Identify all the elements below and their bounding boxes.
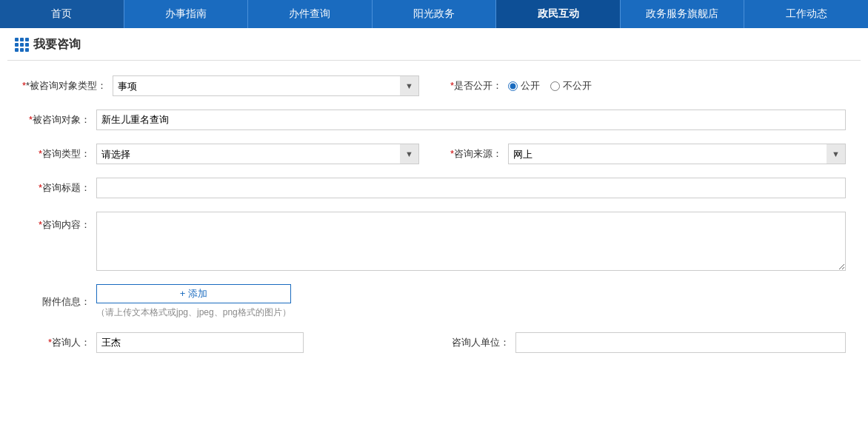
is-public-label: *是否公开： xyxy=(449,75,508,96)
attachment-content: + 添加 （请上传文本格式或jpg、jpeg、png格式的图片） xyxy=(96,284,291,319)
attachment-label: 附件信息： xyxy=(22,292,96,312)
section-dots-icon xyxy=(15,38,29,52)
form-row-2: *被咨询对象： xyxy=(22,110,846,130)
consultant-unit-group: 咨询人单位： xyxy=(449,332,846,353)
consult-source-label: *咨询来源： xyxy=(449,144,508,164)
form-row-7: *咨询人： 咨询人单位： xyxy=(22,332,846,353)
nav-item-阳光政务[interactable]: 阳光政务 xyxy=(373,0,497,28)
form-row-3: *咨询类型： 请选择 政策咨询 投诉 建议 ▼ *咨询来源： xyxy=(22,144,846,164)
radio-public-label: 公开 xyxy=(521,75,540,96)
section-header: 我要咨询 xyxy=(7,28,861,61)
object-type-select-wrapper: 事项 部门 ▼ xyxy=(113,75,419,96)
consult-object-label: *被咨询对象： xyxy=(22,110,96,130)
object-type-select[interactable]: 事项 部门 xyxy=(113,75,419,96)
section-title: 我要咨询 xyxy=(33,37,81,53)
is-public-group: *是否公开： 公开 不公开 xyxy=(449,75,846,96)
consult-content-textarea[interactable] xyxy=(96,212,846,271)
attachment-hint: （请上传文本格式或jpg、jpeg、png格式的图片） xyxy=(96,306,291,319)
form-row-6: 附件信息： + 添加 （请上传文本格式或jpg、jpeg、png格式的图片） xyxy=(22,284,846,319)
consult-type-group: *咨询类型： 请选择 政策咨询 投诉 建议 ▼ xyxy=(22,144,419,164)
consult-object-group: *被咨询对象： xyxy=(22,110,846,130)
nav-item-办件查询[interactable]: 办件查询 xyxy=(248,0,373,28)
attachment-group: 附件信息： + 添加 （请上传文本格式或jpg、jpeg、png格式的图片） xyxy=(22,284,846,319)
consultant-input[interactable] xyxy=(96,332,304,353)
nav-item-工作动态[interactable]: 工作动态 xyxy=(744,0,868,28)
consult-object-input[interactable] xyxy=(96,110,846,130)
consult-content-group: *咨询内容： xyxy=(22,212,846,271)
radio-public-input[interactable] xyxy=(508,81,518,91)
is-public-radio-group: 公开 不公开 xyxy=(508,75,592,96)
form-row-4: *咨询标题： xyxy=(22,178,846,198)
consult-type-select-wrapper: 请选择 政策咨询 投诉 建议 ▼ xyxy=(96,144,419,164)
consultant-unit-label: 咨询人单位： xyxy=(449,332,515,353)
form-row-5: *咨询内容： xyxy=(22,212,846,271)
consult-title-group: *咨询标题： xyxy=(22,178,846,198)
page-content: 我要咨询 **被咨询对象类型： 事项 部门 ▼ *是否公开： xyxy=(0,28,868,381)
consult-type-label: *咨询类型： xyxy=(22,144,96,164)
consultant-unit-input[interactable] xyxy=(515,332,846,353)
nav-item-办事指南[interactable]: 办事指南 xyxy=(124,0,249,28)
object-type-group: **被咨询对象类型： 事项 部门 ▼ xyxy=(22,75,419,96)
object-type-label: **被咨询对象类型： xyxy=(22,75,113,96)
consult-source-group: *咨询来源： 网上 电话 现场 ▼ xyxy=(449,144,846,164)
consult-type-select[interactable]: 请选择 政策咨询 投诉 建议 xyxy=(96,144,419,164)
radio-not-public-label: 不公开 xyxy=(563,75,592,96)
radio-public[interactable]: 公开 xyxy=(508,75,540,96)
nav-item-政民互动[interactable]: 政民互动 xyxy=(496,0,621,28)
consultant-group: *咨询人： xyxy=(22,332,419,353)
nav-bar: 首页办事指南办件查询阳光政务政民互动政务服务旗舰店工作动态 xyxy=(0,0,868,28)
consult-source-select[interactable]: 网上 电话 现场 xyxy=(508,144,846,164)
nav-item-首页[interactable]: 首页 xyxy=(0,0,124,28)
consult-title-input[interactable] xyxy=(96,178,846,198)
consult-content-label: *咨询内容： xyxy=(22,212,96,235)
consultant-label: *咨询人： xyxy=(22,332,96,353)
form-container: **被咨询对象类型： 事项 部门 ▼ *是否公开： 公开 xyxy=(7,75,861,381)
nav-item-政务服务旗舰店[interactable]: 政务服务旗舰店 xyxy=(621,0,745,28)
radio-not-public[interactable]: 不公开 xyxy=(550,75,592,96)
consult-title-label: *咨询标题： xyxy=(22,178,96,198)
add-attachment-button[interactable]: + 添加 xyxy=(96,284,291,303)
consult-source-select-wrapper: 网上 电话 现场 ▼ xyxy=(508,144,846,164)
form-row-1: **被咨询对象类型： 事项 部门 ▼ *是否公开： 公开 xyxy=(22,75,846,96)
radio-not-public-input[interactable] xyxy=(550,81,560,91)
